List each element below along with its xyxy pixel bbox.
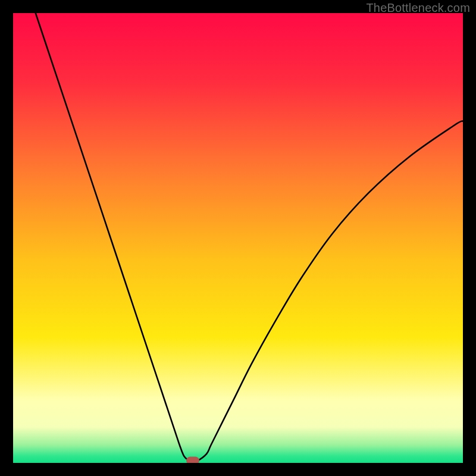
plot-svg [13, 13, 463, 463]
watermark-text: TheBottleneck.com [366, 1, 470, 15]
gradient-background [13, 13, 463, 463]
plot-area [13, 13, 463, 463]
chart-frame: TheBottleneck.com [0, 0, 476, 476]
optimum-marker [186, 457, 199, 463]
